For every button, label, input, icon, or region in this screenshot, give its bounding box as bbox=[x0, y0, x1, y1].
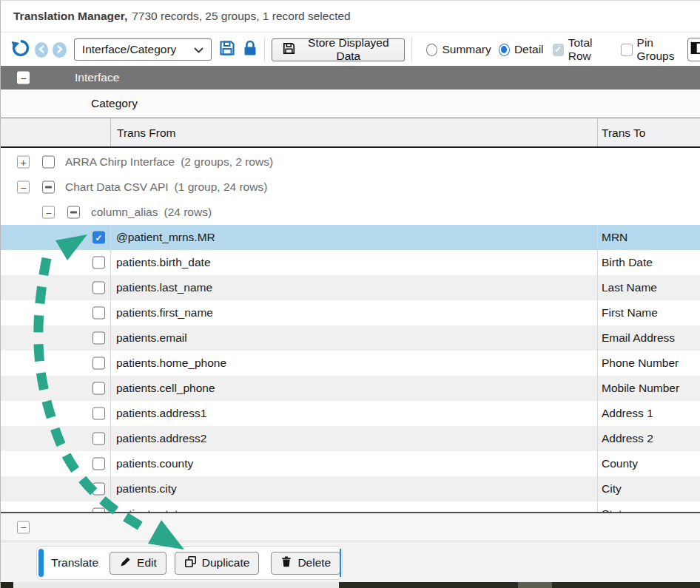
table-row[interactable]: patients.cell_phoneMobile Number bbox=[1, 376, 700, 401]
row-checkbox[interactable] bbox=[92, 257, 105, 269]
trans-from-column-header[interactable]: Trans From bbox=[117, 126, 176, 140]
table-row[interactable]: patients.home_phonePhone Number bbox=[1, 351, 700, 376]
table-row[interactable]: patients.emailEmail Address bbox=[1, 325, 700, 351]
action-panel: Translate Edit Duplicate bbox=[1, 541, 700, 582]
table-row[interactable]: patients.last_nameLast Name bbox=[1, 275, 700, 300]
group-label: Chart Data CSV API(1 group, 24 rows) bbox=[65, 180, 267, 194]
grouping-select[interactable]: Interface/Category bbox=[74, 38, 212, 61]
row-checkbox[interactable] bbox=[92, 483, 105, 496]
table-row[interactable]: patients.first_nameFirst Name bbox=[1, 300, 700, 325]
row-checkbox[interactable]: ✓ bbox=[92, 232, 105, 244]
delete-button[interactable]: Delete bbox=[271, 552, 340, 575]
rotate-left-icon bbox=[11, 38, 30, 61]
column-divider bbox=[110, 501, 111, 512]
desktop-fragment bbox=[1, 582, 13, 588]
edit-button[interactable]: Edit bbox=[110, 552, 166, 575]
edit-button-label: Edit bbox=[137, 556, 157, 570]
group-row[interactable]: −Chart Data CSV API(1 group, 24 rows) bbox=[1, 175, 700, 200]
expand-icon[interactable]: + bbox=[17, 156, 30, 169]
column-divider bbox=[597, 426, 598, 451]
total-row-checkbox[interactable]: ✓ bbox=[553, 44, 564, 56]
row-checkbox[interactable] bbox=[92, 332, 105, 345]
group-label: column_alias(24 rows) bbox=[91, 206, 212, 219]
detail-panel-header: − bbox=[1, 513, 700, 541]
collapse-icon[interactable]: − bbox=[17, 521, 30, 533]
column-divider bbox=[597, 119, 598, 146]
table-row[interactable]: patients.cityCity bbox=[1, 476, 700, 501]
group-row[interactable]: −column_alias(24 rows) bbox=[1, 200, 700, 225]
column-divider bbox=[597, 325, 598, 351]
pin-groups-checkbox[interactable] bbox=[621, 44, 632, 56]
trash-icon bbox=[280, 555, 292, 571]
cell-trans-to: Address 1 bbox=[602, 407, 653, 420]
row-checkbox[interactable] bbox=[67, 206, 80, 219]
toolbar: Interface/Category bbox=[1, 33, 700, 66]
duplicate-button[interactable]: Duplicate bbox=[175, 552, 260, 575]
floppy-disk-icon bbox=[282, 41, 296, 58]
table-row[interactable]: patients.countyCounty bbox=[1, 451, 700, 476]
column-divider bbox=[597, 225, 598, 250]
trans-to-column-header[interactable]: Trans To bbox=[602, 126, 645, 140]
store-displayed-data-button[interactable]: Store Displayed Data bbox=[272, 38, 405, 61]
column-divider bbox=[597, 401, 598, 426]
group-accent-bar bbox=[38, 549, 44, 577]
cell-trans-from: patients.cell_phone bbox=[116, 382, 215, 395]
cell-trans-to: Phone Number bbox=[602, 356, 679, 370]
toolbar-divider bbox=[264, 37, 265, 62]
detail-radio-label: Detail bbox=[514, 43, 544, 56]
collapse-icon[interactable]: − bbox=[17, 72, 30, 84]
copy-icon bbox=[184, 555, 197, 571]
collapse-icon[interactable]: − bbox=[42, 206, 55, 219]
cell-trans-to: City bbox=[602, 482, 622, 496]
row-checkbox[interactable] bbox=[92, 282, 105, 294]
toggle-columns-button[interactable] bbox=[687, 38, 700, 61]
pencil-icon bbox=[119, 555, 132, 571]
table-row[interactable]: ✓@patient_mrns.MRMRN bbox=[1, 225, 700, 250]
cell-trans-to: First Name bbox=[602, 306, 658, 320]
row-checkbox[interactable] bbox=[42, 156, 55, 169]
translate-action-group: Translate Edit Duplicate bbox=[36, 546, 343, 580]
lock-button[interactable] bbox=[243, 40, 258, 59]
forward-button[interactable] bbox=[53, 42, 66, 58]
summary-radio-label: Summary bbox=[442, 43, 491, 56]
desktop-fragment bbox=[339, 582, 519, 588]
group-row[interactable]: +ARRA Chirp Interface(2 groups, 2 rows) bbox=[1, 149, 700, 175]
back-button[interactable] bbox=[35, 42, 48, 58]
table-row[interactable]: patients.birth_dateBirth Date bbox=[1, 250, 700, 275]
column-divider bbox=[597, 300, 598, 325]
column-divider bbox=[110, 376, 111, 401]
duplicate-button-label: Duplicate bbox=[202, 556, 250, 570]
table-row[interactable]: patients.stateState bbox=[1, 501, 700, 512]
row-checkbox[interactable] bbox=[92, 357, 105, 370]
row-checkbox[interactable] bbox=[92, 433, 105, 445]
collapse-icon[interactable]: − bbox=[17, 181, 30, 194]
row-checkbox[interactable] bbox=[92, 307, 105, 320]
column-divider bbox=[597, 451, 598, 476]
table-row[interactable]: patients.address2Address 2 bbox=[1, 426, 700, 451]
table-row[interactable]: patients.address1Address 1 bbox=[1, 401, 700, 426]
cell-trans-from: patients.home_phone bbox=[116, 356, 226, 370]
column-divider bbox=[110, 225, 111, 250]
cell-trans-from: patients.email bbox=[116, 331, 187, 345]
column-header-row: Trans From Trans To bbox=[1, 119, 700, 148]
row-checkbox[interactable] bbox=[92, 408, 105, 420]
undo-button[interactable] bbox=[11, 40, 30, 59]
cell-trans-to: Email Address bbox=[602, 331, 675, 345]
floppy-disk-icon bbox=[218, 39, 236, 60]
row-checkbox[interactable] bbox=[92, 458, 105, 470]
translation-manager-window: Translation Manager, 7730 records, 25 gr… bbox=[0, 0, 700, 588]
column-divider bbox=[110, 300, 111, 325]
summary-radio[interactable] bbox=[426, 44, 437, 56]
cell-trans-from: patients.city bbox=[116, 482, 177, 496]
row-checkbox[interactable] bbox=[42, 181, 55, 194]
title-bar: Translation Manager, 7730 records, 25 gr… bbox=[1, 1, 700, 33]
interface-header-label: Interface bbox=[75, 71, 119, 84]
cell-trans-to: Birth Date bbox=[602, 256, 653, 269]
row-checkbox[interactable] bbox=[92, 382, 105, 395]
save-button[interactable] bbox=[218, 39, 236, 60]
table-body: +ARRA Chirp Interface(2 groups, 2 rows)−… bbox=[1, 149, 700, 512]
cell-trans-to: Last Name bbox=[602, 281, 657, 294]
chevron-down-icon bbox=[194, 43, 203, 56]
column-divider bbox=[597, 275, 598, 300]
detail-radio[interactable] bbox=[499, 44, 510, 56]
